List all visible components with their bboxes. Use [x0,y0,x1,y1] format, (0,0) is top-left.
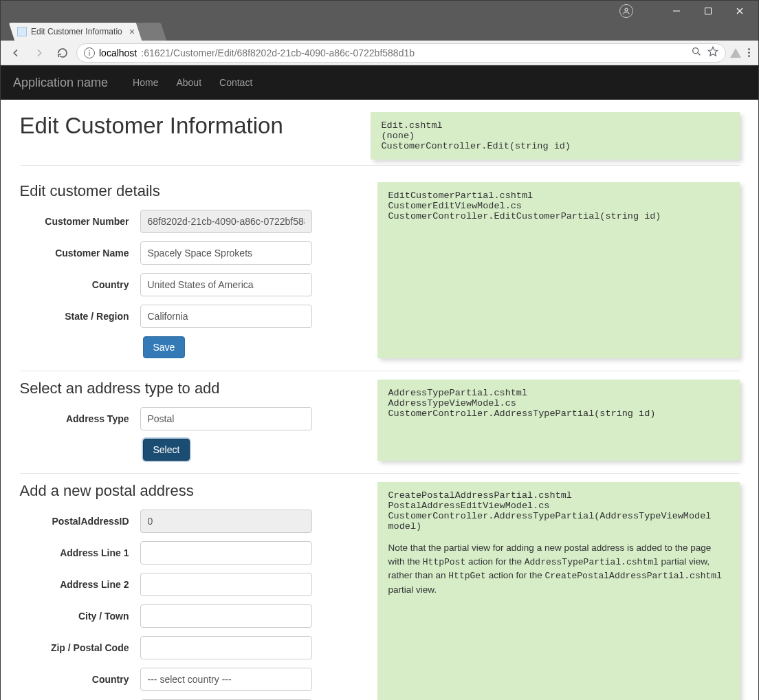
postal-country-select[interactable]: --- select country --- [140,668,312,691]
browser-menu-icon[interactable] [745,45,753,60]
address-line2-field[interactable] [140,573,312,596]
close-button[interactable] [724,1,756,21]
forward-button[interactable] [30,43,49,63]
browser-toolbar: i localhost:61621/Customer/Edit/68f8202d… [1,41,758,65]
new-tab-button[interactable] [136,23,166,41]
svg-point-5 [693,48,698,54]
maximize-button[interactable] [692,1,724,21]
back-button[interactable] [6,43,25,63]
gdrive-icon[interactable] [730,48,741,58]
label-postal-country: Country [20,674,140,685]
zoom-icon[interactable] [691,46,702,59]
label-country: Country [20,279,140,290]
reload-button[interactable] [53,43,72,63]
address-type-select[interactable]: Postal [140,407,312,430]
zip-field[interactable] [140,636,312,659]
address-bar[interactable]: i localhost:61621/Customer/Edit/68f8202d… [76,43,726,63]
address-line1-field[interactable] [140,541,312,565]
svg-point-0 [625,8,628,11]
nav-link-about[interactable]: About [176,77,201,88]
nav-link-contact[interactable]: Contact [219,77,252,88]
browser-window: Edit Customer Informatio × i localhost:6… [0,0,759,700]
user-profile-icon[interactable] [619,4,633,18]
bookmark-star-icon[interactable] [707,46,718,59]
svg-rect-2 [705,8,712,14]
svg-line-6 [698,53,700,55]
site-info-icon[interactable]: i [84,47,95,58]
browser-tab[interactable]: Edit Customer Informatio × [9,23,146,41]
label-addr2: Address Line 2 [20,579,140,590]
label-state: State / Region [20,311,140,322]
tab-close-icon[interactable]: × [126,25,138,39]
url-host: localhost [99,47,137,58]
page-viewport[interactable]: Application name Home About Contact Edit… [1,65,758,700]
tab-title: Edit Customer Informatio [31,27,122,36]
note-editcustomerpartial: EditCustomerPartial.cshtml CustomerEditV… [377,182,740,358]
label-address-type: Address Type [20,413,140,424]
label-zip: Zip / Postal Code [20,642,140,653]
postal-id-field [140,510,312,533]
minimize-button[interactable] [661,1,692,21]
label-postal-id: PostalAddressID [20,516,140,527]
url-path: :61621/Customer/Edit/68f8202d-21cb-4090-… [141,47,415,58]
tab-favicon [17,27,27,36]
select-button[interactable]: Select [143,439,190,461]
customer-name-field[interactable] [140,241,312,265]
label-city: City / Town [20,611,140,622]
svg-marker-7 [708,47,717,56]
label-customer-name: Customer Name [20,248,140,259]
note-prose: Note that the partial view for adding a … [388,541,729,597]
customer-state-select[interactable]: California [140,305,312,328]
site-brand[interactable]: Application name [13,76,108,90]
window-titlebar [1,1,758,21]
nav-link-home[interactable]: Home [133,77,158,88]
label-addr1: Address Line 1 [20,547,140,558]
city-field[interactable] [140,604,312,628]
section-heading-addresstype: Select an address type to add [20,380,343,397]
page-title: Edit Customer Information [20,112,357,140]
note-code-block: CreatePostalAddressPartial.cshtml Postal… [388,490,717,532]
note-addresstypepartial: AddressTypePartial.cshtml AddressTypeVie… [377,380,740,461]
save-button[interactable]: Save [143,336,186,358]
site-navbar: Application name Home About Contact [1,65,758,100]
customer-country-select[interactable]: United States of America [140,273,312,296]
label-customer-number: Customer Number [20,216,140,227]
section-heading-customer: Edit customer details [20,182,343,200]
section-heading-postal: Add a new postal address [20,482,343,500]
note-createpostaladdress: CreatePostalAddressPartial.cshtml Postal… [377,482,740,700]
note-edit-view: Edit.cshtml (none) CustomerController.Ed… [371,112,740,160]
customer-number-field [140,210,312,233]
browser-tabstrip: Edit Customer Informatio × [1,21,758,41]
